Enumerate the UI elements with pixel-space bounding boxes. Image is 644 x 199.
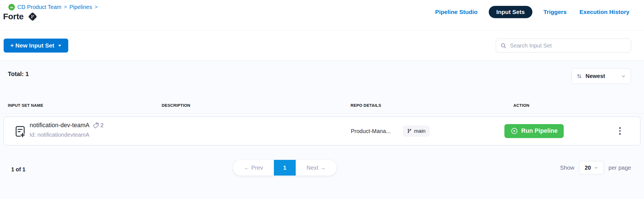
column-action: ACTION [513,103,529,108]
tab-triggers[interactable]: Triggers [542,6,568,18]
page-size-group: Show 20 per page [560,161,631,174]
chevron-down-icon [594,166,598,170]
sort-dropdown[interactable]: Newest [572,68,631,84]
pagination-next-button[interactable]: Next → [296,164,337,171]
column-input-set-name: INPUT SET NAME [8,103,43,108]
page-header: ∞ CD Product Team > Pipelines > Forte Pi… [0,0,644,31]
sort-value: Newest [586,73,605,79]
breadcrumb-link-pipelines[interactable]: Pipelines [69,4,92,10]
pagination-page-1[interactable]: 1 [274,160,296,176]
breadcrumb-separator: > [95,4,98,10]
input-set-name-line: notification-dev-teamA 2 [30,122,104,129]
show-label: Show [560,164,574,171]
tab-pipeline-studio[interactable]: Pipeline Studio [433,6,479,18]
search-box[interactable] [496,39,631,53]
search-input[interactable] [510,42,626,49]
input-set-row[interactable]: notification-dev-teamA 2 Id: notificatio… [4,117,640,145]
pagination-range-label: 1 of 1 [11,166,25,173]
sort-icon [577,74,582,79]
pipeline-tabs: Pipeline Studio Input Sets Triggers Exec… [433,5,631,19]
pagination-prev-button[interactable]: ← Prev [233,164,274,171]
new-input-set-label: + New Input Set [10,42,54,49]
tab-input-sets[interactable]: Input Sets [489,6,532,18]
per-page-label: per page [608,164,631,171]
caret-down-icon [58,44,62,47]
input-set-icon [14,125,27,139]
page-size-dropdown[interactable]: 20 [579,161,604,174]
column-description: DESCRIPTION [162,103,190,108]
run-pipeline-button[interactable]: Run Pipeline [504,124,564,138]
breadcrumb: ∞ CD Product Team > Pipelines > [8,4,98,10]
repo-name: Product-Mana... [351,128,391,134]
tag-icon [93,122,99,129]
tag-count: 2 [100,122,104,129]
new-input-set-button[interactable]: + New Input Set [4,39,68,53]
git-branch-icon [407,129,412,133]
table-header: INPUT SET NAME DESCRIPTION REPO DETAILS … [0,100,644,114]
toolbar: + New Input Set [0,31,644,61]
column-repo-details: REPO DETAILS [351,103,381,108]
run-pipeline-label: Run Pipeline [521,127,558,134]
page-title: Forte [3,12,24,21]
total-count-label: Total: 1 [8,71,29,78]
search-icon [500,43,506,49]
page-size-value: 20 [585,165,591,171]
input-sets-panel: Total: 1 Newest INPUT SET NAME DESCRIPTI… [0,61,644,199]
chevron-down-icon [621,74,626,78]
tab-execution-history[interactable]: Execution History [578,6,631,18]
branch-name: main [414,128,426,134]
pager: ← Prev 1 Next → [233,160,337,176]
input-set-id: Id: notificationdevteamA [30,132,89,138]
input-set-name: notification-dev-teamA [30,122,90,129]
breadcrumb-link-project[interactable]: CD Product Team [17,4,61,10]
title-row: Forte [3,12,36,21]
branch-chip: main [403,126,429,136]
breadcrumb-separator: > [64,4,67,10]
cd-module-icon: ∞ [8,4,15,10]
git-repo-icon [28,12,37,21]
play-circle-icon [511,127,518,135]
kebab-menu-icon[interactable] [614,124,626,138]
tag-count-badge: 2 [93,122,104,129]
